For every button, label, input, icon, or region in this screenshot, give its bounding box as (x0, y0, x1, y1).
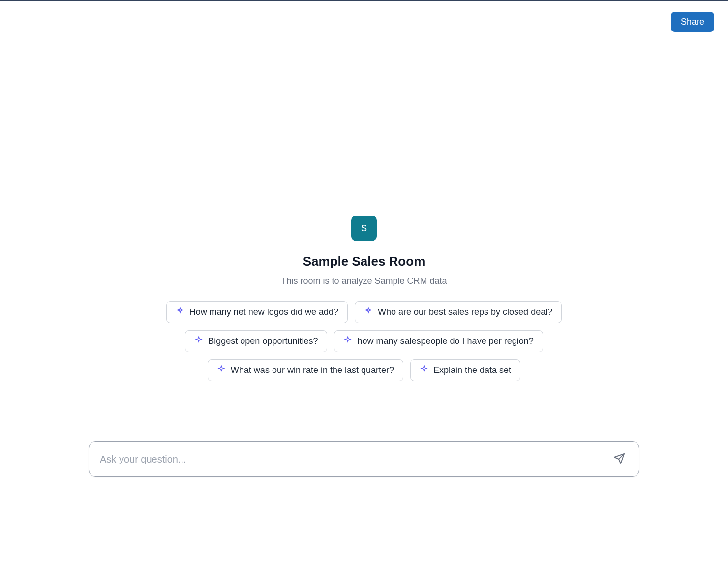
suggestion-chip[interactable]: how many salespeople do I have per regio… (334, 330, 543, 352)
sparkle-icon (343, 336, 352, 347)
suggestion-label: how many salespeople do I have per regio… (357, 336, 533, 346)
suggestion-label: Who are our best sales reps by closed de… (378, 307, 552, 317)
send-button[interactable] (610, 450, 628, 469)
room-subtitle: This room is to analyze Sample CRM data (281, 276, 447, 286)
sparkle-icon (420, 365, 428, 376)
sparkle-icon (176, 307, 184, 318)
header: Share (0, 1, 728, 43)
suggestion-chip[interactable]: Who are our best sales reps by closed de… (355, 301, 562, 323)
suggestion-chip[interactable]: How many net new logos did we add? (166, 301, 348, 323)
question-input-bar (89, 441, 639, 477)
room-title: Sample Sales Room (303, 254, 425, 269)
share-button[interactable]: Share (671, 12, 714, 32)
suggestion-label: How many net new logos did we add? (189, 307, 338, 317)
room-hero: S Sample Sales Room This room is to anal… (0, 216, 728, 381)
sparkle-icon (364, 307, 373, 318)
suggestion-list: How many net new logos did we add? Who a… (143, 301, 585, 381)
room-avatar: S (351, 216, 377, 241)
suggestion-label: Biggest open opportunities? (208, 336, 318, 346)
main-area: S Sample Sales Room This room is to anal… (0, 43, 728, 586)
sparkle-icon (194, 336, 203, 347)
sparkle-icon (217, 365, 226, 376)
suggestion-chip[interactable]: Biggest open opportunities? (185, 330, 327, 352)
suggestion-label: Explain the data set (433, 365, 511, 375)
send-icon (613, 453, 625, 466)
suggestion-label: What was our win rate in the last quarte… (231, 365, 394, 375)
suggestion-chip[interactable]: What was our win rate in the last quarte… (208, 359, 403, 381)
question-input[interactable] (100, 454, 610, 465)
suggestion-chip[interactable]: Explain the data set (410, 359, 520, 381)
